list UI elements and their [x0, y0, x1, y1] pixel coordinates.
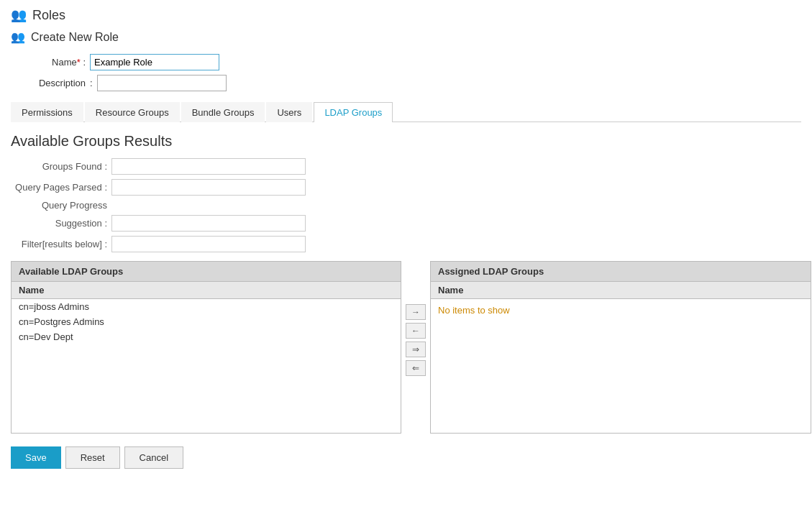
roles-icon: 👥	[11, 7, 27, 23]
breadcrumb: 👥 Roles	[11, 7, 801, 23]
query-progress-row: Query Progress	[11, 200, 811, 211]
page-title: Roles	[32, 8, 65, 23]
filter-row: Filter[results below] :	[11, 236, 811, 252]
available-box-header: Available LDAP Groups	[12, 262, 401, 282]
groups-found-label: Groups Found :	[11, 161, 111, 172]
groups-found-input[interactable]	[111, 158, 306, 175]
name-label: Name* :	[11, 57, 90, 68]
name-input[interactable]	[90, 54, 219, 70]
tab-bundle-groups[interactable]: Bundle Groups	[181, 102, 265, 122]
tab-ldap-groups[interactable]: LDAP Groups	[314, 102, 393, 122]
groups-found-row: Groups Found :	[11, 158, 811, 175]
filter-label: Filter[results below] :	[11, 239, 111, 249]
save-button[interactable]: Save	[11, 446, 61, 469]
suggestion-label: Suggestion :	[11, 218, 111, 229]
list-item[interactable]: cn=Dev Dept	[12, 329, 401, 344]
query-pages-label: Query Pages Parsed :	[11, 182, 111, 193]
filter-input[interactable]	[111, 236, 306, 252]
assigned-col-name: Name	[431, 282, 811, 299]
section-title: Create New Role	[31, 31, 119, 44]
tab-permissions[interactable]: Permissions	[11, 102, 83, 122]
query-progress-label: Query Progress	[11, 200, 111, 211]
footer-buttons: Save Reset Cancel	[11, 446, 801, 476]
available-groups-title: Available Groups Results	[11, 133, 811, 150]
transfer-forward-all-button[interactable]: ⇒	[406, 342, 426, 357]
description-input[interactable]	[97, 75, 227, 91]
tabs-bar: Permissions Resource Groups Bundle Group…	[11, 101, 801, 122]
name-required: *	[77, 57, 81, 68]
cancel-button[interactable]: Cancel	[124, 446, 183, 469]
transfer-back-all-button[interactable]: ⇐	[406, 360, 426, 376]
create-role-icon: 👥	[11, 30, 25, 44]
transfer-buttons: → ← ⇒ ⇐	[401, 261, 430, 376]
suggestion-row: Suggestion :	[11, 215, 811, 232]
tab-users[interactable]: Users	[266, 102, 312, 122]
left-panel: Available Groups Results Groups Found : …	[11, 133, 811, 434]
list-item[interactable]: cn=Postgres Admins	[12, 314, 401, 329]
description-label: Description	[11, 78, 90, 88]
suggestion-input[interactable]	[111, 215, 306, 232]
assigned-ldap-groups-box: Assigned LDAP Groups Name No items to sh…	[430, 261, 811, 434]
page-container: 👥 Roles 👥 Create New Role Name* : Descri…	[0, 0, 812, 483]
groups-section: Available LDAP Groups Name cn=jboss Admi…	[11, 261, 811, 434]
list-item[interactable]: cn=jboss Admins	[12, 299, 401, 314]
assigned-box-header: Assigned LDAP Groups	[431, 262, 811, 282]
section-header: 👥 Create New Role	[11, 30, 801, 44]
transfer-forward-button[interactable]: →	[406, 304, 426, 320]
name-row: Name* :	[11, 54, 801, 70]
transfer-back-button[interactable]: ←	[406, 323, 426, 339]
query-pages-row: Query Pages Parsed :	[11, 179, 811, 196]
available-col-name: Name	[12, 282, 401, 299]
available-ldap-groups-box: Available LDAP Groups Name cn=jboss Admi…	[11, 261, 401, 434]
description-row: Description :	[11, 75, 801, 91]
assigned-items-body: No items to show	[431, 299, 811, 429]
query-pages-input[interactable]	[111, 179, 306, 196]
available-items-body: cn=jboss Admins cn=Postgres Admins cn=De…	[12, 299, 401, 429]
main-content: Available Groups Results Groups Found : …	[11, 133, 801, 434]
reset-button[interactable]: Reset	[65, 446, 120, 469]
no-items-text: No items to show	[431, 299, 811, 321]
tab-resource-groups[interactable]: Resource Groups	[85, 102, 180, 122]
